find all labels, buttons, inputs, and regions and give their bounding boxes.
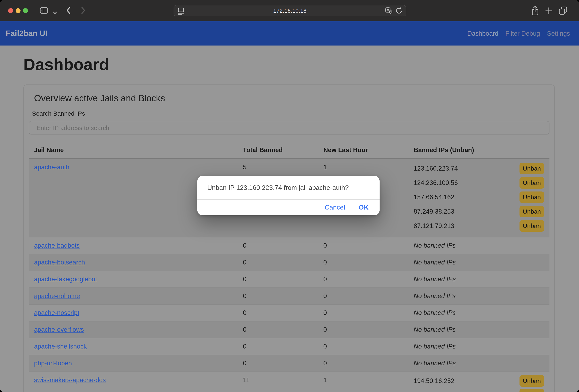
jail-link[interactable]: apache-fakegooglebot [34,276,97,282]
banned-ip: 87.121.79.213 [414,222,454,229]
column-header: Banned IPs (Unban) [408,142,549,158]
nav-links: Dashboard Filter Debug Settings [467,30,570,37]
new-tab-button[interactable] [545,7,553,16]
brand-link[interactable]: Fail2ban UI [6,29,47,38]
forward-icon [81,9,86,16]
unban-button[interactable]: Unban [519,177,544,188]
banned-ip-row: 194.50.16.252Unban [414,374,544,388]
forward-button[interactable] [81,6,86,16]
jail-link[interactable]: apache-auth [34,164,69,170]
unban-button[interactable]: Unban [519,220,544,231]
translate-button[interactable] [385,7,393,16]
unban-button[interactable]: Unban [519,389,544,392]
jail-name-cell: apache-noscript [29,305,238,321]
jail-link[interactable]: apache-badbots [34,242,80,249]
jail-link[interactable]: apache-nohome [34,292,80,299]
address-bar[interactable]: 172.16.10.18 [174,5,406,16]
total-banned-value: 0 [238,322,318,338]
banned-ip-row: 157.66.54.162Unban [414,190,544,204]
no-banned-ips-note: No banned IPs [408,288,549,304]
new-last-hour-value: 0 [318,305,408,321]
banned-ip-row: Unban [414,388,544,392]
minimize-button[interactable] [16,8,20,13]
app-navbar: Fail2ban UI Dashboard Filter Debug Setti… [0,21,579,46]
new-last-hour-value: 0 [318,254,408,271]
banned-ip-row: 87.249.38.253Unban [414,204,544,219]
reload-button[interactable] [396,7,403,16]
cancel-button[interactable]: Cancel [325,204,345,211]
toolbar-right [531,6,568,17]
new-last-hour-value: 1 [318,159,408,175]
unban-button[interactable]: Unban [519,375,544,387]
total-banned-value: 0 [238,355,318,372]
dialog-actions: Cancel OK [197,200,380,215]
jail-link[interactable]: apache-shellshock [34,343,87,350]
tab-overview-icon [559,10,568,16]
close-button[interactable] [8,8,13,13]
total-banned-value: 11 [238,372,318,388]
browser-window: 172.16.10.18 [0,0,579,392]
unban-button[interactable]: Unban [519,206,544,217]
address-bar-actions [385,7,403,16]
reload-icon [396,9,403,16]
zoom-button[interactable] [23,8,28,13]
sidebar-icon [40,9,48,15]
total-banned-value: 0 [238,338,318,355]
banned-ip: 87.249.38.253 [414,208,454,215]
new-last-hour-value: 0 [318,271,408,287]
new-last-hour-value: 0 [318,288,408,304]
table-row: apache-nohome00No banned IPs [29,288,549,305]
unban-button[interactable]: Unban [519,191,544,203]
jail-name-cell: php-url-fopen [29,355,238,372]
url-text: 172.16.10.18 [174,5,406,16]
new-last-hour-value: 0 [318,338,408,355]
banned-ips-cell: 194.50.16.252UnbanUnban [408,372,549,392]
unban-button[interactable]: Unban [519,163,544,174]
jail-link[interactable]: apache-botsearch [34,259,85,266]
sidebar-menu-button[interactable] [53,9,57,16]
ok-button[interactable]: OK [359,204,368,211]
sidebar-toggle-button[interactable] [40,7,48,15]
screenshot-stage: 172.16.10.18 [0,0,579,392]
jail-name-cell: apache-fakegooglebot [29,271,238,287]
browser-chrome: 172.16.10.18 [0,0,579,21]
plus-icon [545,10,553,16]
jail-link[interactable]: apache-noscript [34,309,79,316]
banned-ip-row: 123.160.223.74Unban [414,161,544,175]
confirm-dialog: Unban IP 123.160.223.74 from jail apache… [197,176,380,215]
table-row: apache-noscript00No banned IPs [29,305,549,322]
table-row: apache-overflows00No banned IPs [29,322,549,338]
total-banned-value: 0 [238,254,318,271]
chevron-down-icon [53,9,57,16]
jail-name-cell: apache-overflows [29,322,238,338]
page-title: Dashboard [23,55,579,74]
jail-link[interactable]: php-url-fopen [34,360,72,367]
table-row: apache-shellshock00No banned IPs [29,338,549,355]
banned-ip: 194.50.16.252 [414,377,454,385]
jail-link[interactable]: apache-overflows [34,326,84,333]
table-header-row: Jail NameTotal BannedNew Last HourBanned… [29,142,549,159]
banned-ip-row: 124.236.100.56Unban [414,175,544,190]
share-icon [531,11,539,17]
search-label: Search Banned IPs [32,110,549,117]
jail-link[interactable]: swissmakers-apache-dos [34,376,106,383]
table-row: swissmakers-apache-dos111194.50.16.252Un… [29,372,549,392]
jail-name-cell: swissmakers-apache-dos [29,372,238,388]
back-button[interactable] [66,6,71,16]
total-banned-value: 0 [238,271,318,287]
window-controls [8,8,28,13]
no-banned-ips-note: No banned IPs [408,355,549,372]
banned-ip: 123.160.223.74 [414,165,458,172]
nav-link-dashboard[interactable]: Dashboard [467,30,498,37]
banned-ip: 124.236.100.56 [414,179,458,186]
column-header: New Last Hour [318,142,408,158]
nav-link-settings[interactable]: Settings [547,30,570,37]
total-banned-value: 0 [238,288,318,304]
nav-link-filter-debug[interactable]: Filter Debug [505,30,540,37]
search-input[interactable] [29,121,549,134]
share-button[interactable] [531,6,539,17]
tab-overview-button[interactable] [559,6,568,16]
no-banned-ips-note: No banned IPs [408,322,549,338]
translate-icon [385,9,393,16]
new-last-hour-value: 0 [318,237,408,254]
